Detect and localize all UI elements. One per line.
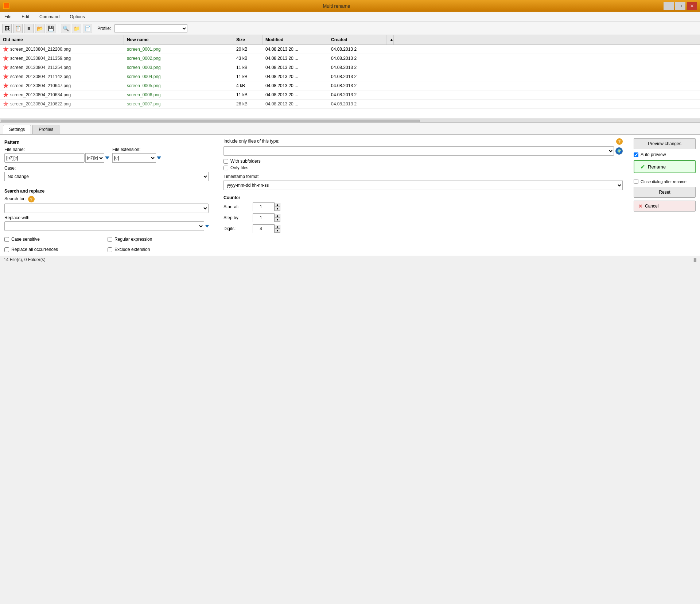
- table-row[interactable]: screen_20130804_211359.png screen_0002.p…: [0, 54, 700, 63]
- case-sensitive-checkbox[interactable]: [4, 237, 9, 242]
- col-new-name[interactable]: New name: [124, 35, 233, 44]
- case-label: Case:: [4, 166, 209, 171]
- cell-new-6: screen_0006.png: [124, 91, 233, 99]
- tab-settings[interactable]: Settings: [3, 125, 31, 134]
- include-type-help-icon[interactable]: ?: [616, 138, 623, 145]
- replace-arrow[interactable]: [205, 225, 209, 228]
- toolbar-btn-3[interactable]: ≡: [24, 24, 34, 33]
- digits-row: Digits: ▲ ▼: [223, 224, 623, 233]
- only-files-checkbox[interactable]: [223, 166, 228, 170]
- title-bar-controls: — □ ✕: [664, 2, 697, 10]
- exclude-extension-checkbox[interactable]: [108, 247, 112, 252]
- file-list-body[interactable]: screen_20130804_212200.png screen_0001.p…: [0, 45, 700, 119]
- filename-dropdown[interactable]: [n7][c]: [85, 153, 104, 163]
- replace-input[interactable]: [4, 221, 204, 231]
- toolbar-btn-5[interactable]: 💾: [46, 24, 55, 33]
- start-at-down[interactable]: ▼: [275, 207, 280, 211]
- col-modified[interactable]: Modified: [262, 35, 328, 44]
- cell-old-4: screen_20130804_211142.png: [0, 72, 124, 81]
- menu-options[interactable]: Options: [67, 13, 87, 20]
- rename-button[interactable]: ✔ Rename: [634, 160, 696, 173]
- search-input[interactable]: [4, 204, 209, 213]
- digits-up[interactable]: ▲: [275, 225, 280, 229]
- close-after-checkbox[interactable]: [634, 179, 638, 184]
- col-created[interactable]: Created: [328, 35, 386, 44]
- table-row[interactable]: screen_20130804_210622.png screen_0007.p…: [0, 100, 700, 109]
- table-row[interactable]: screen_20130804_210634.png screen_0006.p…: [0, 90, 700, 100]
- step-by-down[interactable]: ▼: [275, 218, 280, 222]
- start-at-up[interactable]: ▲: [275, 203, 280, 207]
- scroll-thumb[interactable]: [1, 120, 420, 123]
- replace-label: Replace with:: [4, 215, 209, 220]
- cell-size-3: 11 kB: [233, 63, 262, 71]
- close-after-label[interactable]: Close dialog after rename: [641, 179, 687, 184]
- only-files-label[interactable]: Only files: [230, 165, 248, 170]
- regular-expression-label[interactable]: Regular expression: [114, 237, 152, 242]
- table-row[interactable]: screen_20130804_210647.png screen_0005.p…: [0, 81, 700, 90]
- horizontal-scrollbar[interactable]: [0, 119, 700, 123]
- reset-button[interactable]: Reset: [634, 187, 696, 198]
- digits-input[interactable]: [253, 224, 275, 233]
- cell-old-6: screen_20130804_210634.png: [0, 90, 124, 99]
- filename-arrow[interactable]: [105, 156, 109, 159]
- case-select[interactable]: No change Uppercase Lowercase Title case: [4, 172, 209, 181]
- with-subfolders-label[interactable]: With subfolders: [230, 159, 261, 164]
- col-old-name[interactable]: Old name: [0, 35, 124, 44]
- toolbar: 🖼 📋 ≡ 📂 💾 🔍 📁 📄 Profile:: [0, 22, 700, 35]
- auto-preview-checkbox[interactable]: [634, 152, 638, 157]
- toolbar-btn-8[interactable]: 📄: [83, 24, 92, 33]
- maximize-button[interactable]: □: [675, 2, 685, 10]
- table-row[interactable]: screen_20130804_211254.png screen_0003.p…: [0, 63, 700, 72]
- col-size[interactable]: Size: [233, 35, 262, 44]
- toolbar-btn-7[interactable]: 📁: [72, 24, 81, 33]
- replace-all-checkbox[interactable]: [4, 247, 9, 252]
- menu-file[interactable]: File: [2, 13, 13, 20]
- tab-profiles[interactable]: Profiles: [32, 125, 59, 134]
- start-at-spinner[interactable]: ▲ ▼: [275, 203, 280, 211]
- cancel-button[interactable]: ✕ Cancel: [634, 201, 696, 212]
- extension-arrow[interactable]: [157, 156, 161, 159]
- with-subfolders-checkbox[interactable]: [223, 159, 228, 164]
- toolbar-btn-4[interactable]: 📂: [35, 24, 44, 33]
- minimize-button[interactable]: —: [664, 2, 674, 10]
- cell-created-1: 04.08.2013 2: [328, 45, 386, 53]
- step-by-spinner[interactable]: ▲ ▼: [275, 214, 280, 222]
- timestamp-select[interactable]: yyyy-mm-dd hh-nn-ss dd-mm-yyyy mm-dd-yyy…: [223, 181, 623, 190]
- cell-new-4: screen_0004.png: [124, 73, 233, 81]
- step-by-up[interactable]: ▲: [275, 214, 280, 218]
- extension-select[interactable]: [e]: [112, 153, 156, 163]
- toolbar-btn-1[interactable]: 🖼: [2, 24, 12, 33]
- step-by-input[interactable]: [253, 213, 275, 222]
- file-icon: [3, 74, 9, 80]
- profile-select[interactable]: [114, 24, 187, 32]
- table-row[interactable]: screen_20130804_211142.png screen_0004.p…: [0, 72, 700, 81]
- cell-created-2: 04.08.2013 2: [328, 54, 386, 62]
- type-select[interactable]: [223, 146, 614, 156]
- menu-command[interactable]: Command: [37, 13, 62, 20]
- world-icon[interactable]: 🌍: [615, 147, 623, 155]
- search-help-icon[interactable]: ?: [28, 196, 35, 202]
- start-at-input[interactable]: [253, 202, 275, 211]
- start-at-row: Start at: ▲ ▼: [223, 202, 623, 211]
- preview-button[interactable]: Preview changes: [634, 138, 696, 149]
- auto-preview-label[interactable]: Auto preview: [641, 152, 666, 157]
- close-after-row: Close dialog after rename: [634, 179, 696, 184]
- toolbar-btn-6[interactable]: 🔍: [61, 24, 70, 33]
- cell-old-3: screen_20130804_211254.png: [0, 63, 124, 72]
- step-by-label: Step by:: [223, 215, 253, 220]
- settings-content: Pattern File name: [n7][c] File extensio…: [0, 135, 700, 256]
- replace-all-label[interactable]: Replace all occurrences: [11, 247, 58, 252]
- exclude-extension-label[interactable]: Exclude extension: [114, 247, 150, 252]
- digits-spinner[interactable]: ▲ ▼: [275, 225, 280, 233]
- close-button[interactable]: ✕: [687, 2, 697, 10]
- exclude-extension-row: Exclude extension: [108, 247, 209, 252]
- case-sensitive-label[interactable]: Case sensitive: [11, 237, 40, 242]
- toolbar-btn-2[interactable]: 📋: [13, 24, 23, 33]
- cell-size-4: 11 kB: [233, 73, 262, 81]
- menu-edit[interactable]: Edit: [19, 13, 31, 20]
- table-row[interactable]: screen_20130804_212200.png screen_0001.p…: [0, 45, 700, 54]
- filename-input[interactable]: [4, 153, 85, 163]
- status-text: 14 File(s), 0 Folder(s): [4, 257, 46, 262]
- digits-down[interactable]: ▼: [275, 229, 280, 233]
- regular-expression-checkbox[interactable]: [108, 237, 112, 242]
